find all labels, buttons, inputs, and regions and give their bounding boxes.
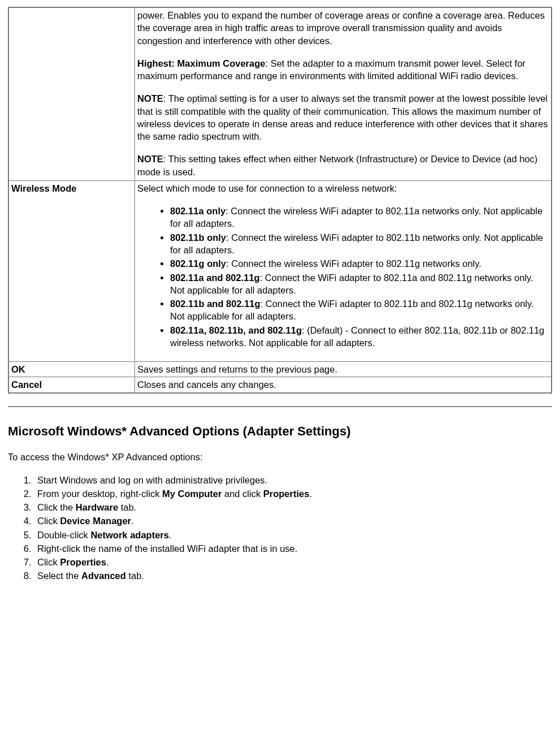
list-item: 802.11a only: Connect the wireless WiFi … xyxy=(170,205,549,230)
bold-text: 802.11a and 802.11g xyxy=(170,273,260,283)
row-label: Wireless Mode xyxy=(8,180,135,361)
bold-text: Device Manager xyxy=(60,516,131,526)
text: : Connect the wireless WiFi adapter to 8… xyxy=(170,206,542,228)
list-item: 802.11g only: Connect the wireless WiFi … xyxy=(170,257,549,270)
list-item: Select the Advanced tab. xyxy=(34,569,552,582)
text: Select the xyxy=(37,571,81,581)
text: : This setting takes effect when either … xyxy=(137,154,537,176)
list-item: Start Windows and log on with administra… xyxy=(34,474,552,486)
text: : Connect the wireless WiFi adapter to 8… xyxy=(226,258,481,269)
text: From your desktop, right-click xyxy=(37,489,162,499)
list-item: 802.11a, 802.11b, and 802.11g: (Default)… xyxy=(170,324,549,349)
paragraph: Highest: Maximum Coverage: Set the adapt… xyxy=(137,57,549,83)
table-row: Wireless Mode Select which mode to use f… xyxy=(8,180,552,361)
list-item: Double-click Network adapters. xyxy=(34,529,552,541)
bold-text: 802.11a, 802.11b, and 802.11g xyxy=(170,325,302,335)
table-row: power. Enables you to expand the number … xyxy=(8,7,552,180)
text: Double-click xyxy=(37,530,90,540)
bold-text: Highest: Maximum Coverage xyxy=(137,58,265,68)
bold-text: 802.11a only xyxy=(170,206,225,216)
text: tab. xyxy=(126,571,144,581)
table-row: OK Saves settings and returns to the pre… xyxy=(8,362,552,377)
bold-text: NOTE xyxy=(137,93,163,103)
bold-text: 802.11b and 802.11g xyxy=(170,299,261,309)
text: : Connect the wireless WiFi adapter to 8… xyxy=(170,232,543,255)
paragraph: NOTE: The optimal setting is for a user … xyxy=(137,92,549,142)
row-description: Saves settings and returns to the previo… xyxy=(135,362,552,377)
row-description: Closes and cancels any changes. xyxy=(135,377,552,393)
row-description: power. Enables you to expand the number … xyxy=(135,7,552,180)
paragraph: power. Enables you to expand the number … xyxy=(137,9,549,47)
text: Click xyxy=(37,516,60,526)
list-item: 802.11a and 802.11g: Connect the WiFi ad… xyxy=(170,271,549,297)
text: Right-click the name of the installed Wi… xyxy=(37,543,297,554)
list-item: 802.11b and 802.11g: Connect the WiFi ad… xyxy=(170,297,549,323)
divider xyxy=(8,406,552,407)
text: . xyxy=(309,489,312,499)
list-item: Right-click the name of the installed Wi… xyxy=(34,542,552,555)
list-item: Click the Hardware tab. xyxy=(34,501,552,513)
text: Start Windows and log on with administra… xyxy=(37,475,267,485)
row-label xyxy=(8,7,135,180)
bold-text: Hardware xyxy=(76,502,118,512)
steps-list: Start Windows and log on with administra… xyxy=(8,474,552,582)
text: tab. xyxy=(118,502,136,512)
list-item: Click Properties. xyxy=(34,556,552,568)
bold-text: Properties xyxy=(263,489,310,499)
list-item: Click Device Manager. xyxy=(34,515,552,527)
bold-text: NOTE xyxy=(137,154,163,164)
paragraph: NOTE: This setting takes effect when eit… xyxy=(137,153,549,178)
bold-text: Properties xyxy=(60,557,106,567)
mode-list: 802.11a only: Connect the wireless WiFi … xyxy=(137,205,549,349)
bold-text: 802.11g only xyxy=(170,258,226,269)
text: Select which mode to use for connection … xyxy=(137,182,549,195)
text: Click the xyxy=(37,502,76,512)
text: . xyxy=(106,557,109,567)
row-label: Cancel xyxy=(8,377,135,393)
section-heading: Microsoft Windows* Advanced Options (Ada… xyxy=(8,423,552,440)
text: . xyxy=(169,530,172,540)
bold-text: Network adapters xyxy=(90,530,168,540)
text: and click xyxy=(222,489,263,499)
text: . xyxy=(131,516,134,526)
list-item: 802.11b only: Connect the wireless WiFi … xyxy=(170,231,549,257)
list-item: From your desktop, right-click My Comput… xyxy=(34,487,552,500)
text: Click xyxy=(37,557,60,567)
bold-text: Advanced xyxy=(81,571,126,581)
settings-table: power. Enables you to expand the number … xyxy=(8,7,552,394)
row-description: Select which mode to use for connection … xyxy=(135,180,552,361)
row-label: OK xyxy=(8,362,135,377)
bold-text: My Computer xyxy=(162,489,222,499)
bold-text: 802.11b only xyxy=(170,232,226,243)
table-row: Cancel Closes and cancels any changes. xyxy=(8,377,552,393)
text: : The optimal setting is for a user to a… xyxy=(137,93,548,141)
section-intro: To access the Windows* XP Advanced optio… xyxy=(8,451,552,463)
